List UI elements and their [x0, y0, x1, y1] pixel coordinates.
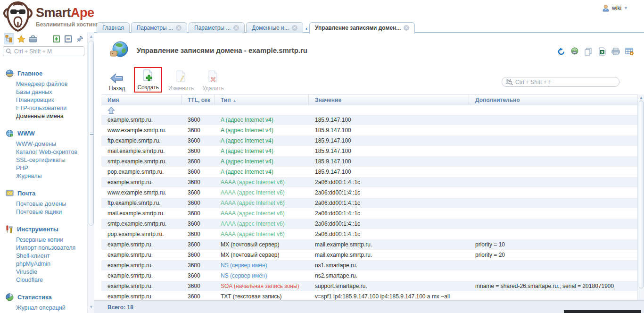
table-row[interactable]: smtp.example.smrtp.ru.3600A (адрес Inter… [101, 156, 637, 167]
table-row[interactable]: example.smrtp.ru.3600NS (сервер имён)ns2… [101, 271, 637, 281]
brand-logo[interactable]: SmartApe Безлимитный хостинг [3, 1, 98, 32]
column-header[interactable]: Значение [309, 95, 469, 105]
table-row[interactable]: example.smrtp.ru.3600AAAA (адрес Interne… [101, 177, 637, 187]
sidebar-search-input[interactable] [14, 48, 75, 55]
cell-extra [469, 135, 637, 146]
create-button[interactable]: Создать [134, 67, 162, 93]
close-icon[interactable]: ✕ [233, 25, 239, 31]
link-globe-icon[interactable] [570, 47, 579, 56]
refresh-icon[interactable] [557, 47, 565, 56]
sidebar-section-header[interactable]: Статистика [0, 292, 87, 302]
table-row[interactable]: ftp.example.smrtp.ru.3600AAAA (адрес Int… [101, 198, 637, 208]
sidebar-search [3, 46, 84, 56]
back-button[interactable]: Назад [107, 72, 127, 93]
tab-4[interactable]: Доменные и...✕ [246, 22, 303, 33]
tab-overflow-arrow-icon[interactable]: › [305, 25, 309, 33]
cell-extra: mname = shared-26.smartape.ru.; serial =… [469, 281, 637, 291]
table-row[interactable]: example.smrtp.ru.3600A (адрес Internet v… [101, 115, 637, 125]
categories-view-icon[interactable] [4, 33, 14, 44]
sidebar-item[interactable]: Почтовые домены [0, 200, 87, 208]
sidebar-item[interactable]: phpMyAdmin [0, 260, 87, 268]
cell-name: ftp.example.smrtp.ru. [101, 135, 182, 146]
tab-3[interactable]: Параметры ...✕ [189, 22, 245, 33]
sidebar-item[interactable]: Virusdie [0, 268, 87, 276]
sidebar-item[interactable]: FTP-пользователи [0, 104, 87, 112]
collapse-all-icon[interactable] [63, 33, 73, 44]
table-settings-icon[interactable] [625, 47, 634, 56]
cell-type: A (адрес Internet v4) [215, 115, 309, 125]
column-header[interactable]: Имя [101, 95, 182, 105]
table-scroll-thumb[interactable] [639, 101, 644, 288]
table-scrollbar[interactable]: ▲ ▼ [637, 94, 644, 313]
table-row[interactable]: pop.example.smrtp.ru.3600AAAA (адрес Int… [101, 229, 637, 239]
tab-bar: ГлавнаяПараметры ...✕Параметры ...✕Домен… [94, 22, 644, 33]
close-icon[interactable]: ✕ [292, 25, 297, 31]
copy-icon[interactable] [584, 47, 593, 56]
column-header-label: Тип [221, 97, 231, 103]
table-row[interactable]: www.example.smrtp.ru.3600A (адрес Intern… [101, 125, 637, 135]
sidebar-item[interactable]: Журнал операций [0, 304, 87, 312]
close-icon[interactable]: ✕ [176, 25, 182, 31]
tab-2[interactable]: Параметры ...✕ [131, 22, 187, 33]
table-row[interactable]: mail.example.smrtp.ru.3600AAAA (адрес In… [101, 208, 637, 219]
cell-ttl: 3600 [182, 260, 215, 271]
sidebar-section-header[interactable]: Почта [0, 188, 87, 198]
table-footer: Всего: 18 [94, 300, 644, 313]
pin-icon[interactable] [75, 33, 85, 44]
table-row[interactable]: example.smrtp.ru.3600SOA (начальная запи… [101, 281, 637, 291]
table-row[interactable]: ftp.example.smrtp.ru.3600A (адрес Intern… [101, 135, 637, 146]
sidebar-item[interactable]: Планировщик [0, 96, 87, 104]
sidebar-item[interactable]: Почтовые ящики [0, 208, 87, 216]
briefcase-icon[interactable] [28, 33, 38, 44]
sidebar-item[interactable]: Журналы [0, 172, 87, 180]
table-row[interactable]: example.smrtp.ru.3600MX (почтовый сервер… [101, 250, 637, 260]
table-row[interactable]: smtp.example.smrtp.ru.3600AAAA (адрес In… [101, 219, 637, 229]
sidebar-item[interactable]: Каталог Web-скриптов [0, 148, 87, 156]
close-icon[interactable]: ✕ [404, 25, 409, 31]
cell-ttl: 3600 [182, 239, 215, 250]
scroll-up-icon[interactable]: ▲ [638, 95, 644, 100]
tab-1[interactable]: Главная [97, 22, 130, 33]
column-header[interactable]: TTL, сек [182, 95, 215, 105]
table-row[interactable]: example.smrtp.ru.3600MX (почтовый сервер… [101, 239, 637, 250]
cell-value: 2a06:dd00:1:4::1c [309, 208, 469, 219]
sidebar-scroll-thumb[interactable] [89, 41, 94, 226]
scroll-up-icon[interactable]: ▲ [88, 34, 95, 39]
sidebar-item[interactable]: WWW-домены [0, 140, 87, 148]
excel-export-icon[interactable] [598, 47, 606, 56]
table-row[interactable]: pop.example.smrtp.ru.3600A (адрес Intern… [101, 167, 637, 177]
cell-extra: priority = 10 [469, 239, 637, 250]
sidebar-item[interactable]: Менеджер файлов [0, 80, 87, 88]
sidebar-item[interactable]: Cloudflare [0, 276, 87, 284]
scroll-down-icon[interactable]: ▼ [88, 305, 95, 309]
sidebar-section-header[interactable]: Главное [0, 68, 87, 78]
table-row[interactable]: www.example.smrtp.ru.3600AAAA (адрес Int… [101, 187, 637, 198]
table-row[interactable]: mail.example.smrtp.ru.3600A (адрес Inter… [101, 146, 637, 156]
print-icon[interactable] [611, 47, 620, 56]
expand-all-icon[interactable] [51, 33, 61, 44]
table-row[interactable]: example.smrtp.ru.3600NS (сервер имён)ns1… [101, 260, 637, 271]
table-search-input[interactable] [515, 79, 615, 85]
delete-button[interactable]: Удалить [200, 69, 226, 93]
favorites-star-icon[interactable] [16, 33, 26, 44]
sidebar-item[interactable]: Shell-клиент [0, 252, 87, 260]
sidebar-item[interactable]: SSL-сертификаты [0, 156, 87, 164]
sidebar-item[interactable]: PHP [0, 164, 87, 172]
cell-name: example.smrtp.ru. [101, 271, 182, 281]
sidebar-item[interactable]: Базы данных [0, 88, 87, 96]
cell-ttl: 3600 [182, 156, 215, 167]
column-header[interactable]: Тип▲ [215, 95, 309, 105]
sidebar-item[interactable]: Импорт пользователя [0, 244, 87, 252]
sidebar-section-items: Менеджер файловБазы данныхПланировщикFTP… [0, 80, 87, 120]
sidebar-section-header[interactable]: WWW [0, 128, 87, 138]
column-header[interactable]: Дополнительно [469, 95, 637, 105]
tab-5[interactable]: Управление записями домен...✕ [309, 22, 415, 34]
user-menu[interactable]: wiki ▼ [602, 4, 628, 12]
main-panel: Управление записями домена - example.smr… [94, 33, 644, 313]
sidebar-scrollbar[interactable]: ▲ ▼ [87, 32, 94, 313]
sidebar-item[interactable]: Доменные имена [0, 112, 87, 120]
sidebar-section-header[interactable]: Инструменты [0, 224, 87, 234]
edit-button[interactable]: Изменить [166, 69, 196, 93]
up-level-row[interactable] [101, 105, 637, 115]
sidebar-item[interactable]: Резервные копии [0, 236, 87, 244]
